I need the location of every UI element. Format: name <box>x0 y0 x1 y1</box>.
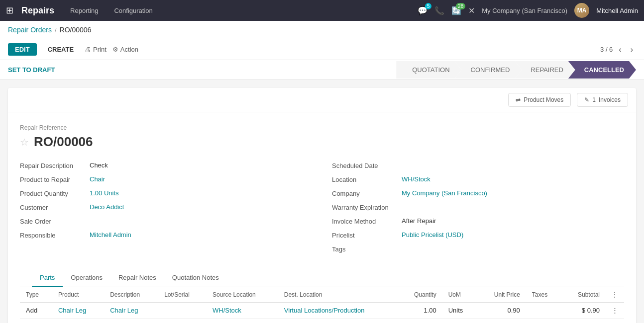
print-button[interactable]: 🖨 Print <box>85 46 107 53</box>
breadcrumb-parent[interactable]: Repair Orders <box>8 26 52 34</box>
status-steps: QUOTATION CONFIRMED REPAIRED CANCELLED <box>396 61 636 79</box>
col-taxes: Taxes <box>526 287 562 303</box>
invoices-button[interactable]: ✎ 1 Invoices <box>577 93 628 107</box>
action-button[interactable]: ⚙ Action <box>112 46 138 53</box>
company-value[interactable]: My Company (San Francisco) <box>402 189 487 197</box>
form-body: Repair Reference ☆ RO/00006 Repair Descr… <box>8 112 636 323</box>
product-quantity-label: Product Quantity <box>20 189 90 197</box>
col-subtotal: Subtotal <box>562 287 606 303</box>
tags-label: Tags <box>332 245 402 253</box>
print-label: Print <box>93 46 107 53</box>
row-subtotal: $ 0.90 <box>562 303 606 319</box>
status-step-repaired[interactable]: REPAIRED <box>515 61 575 79</box>
row-quantity: 1.00 <box>398 303 442 319</box>
repair-order-card: ⇌ Product Moves ✎ 1 Invoices Repair Refe… <box>8 88 636 323</box>
prev-button[interactable]: ‹ <box>616 44 624 55</box>
form-field-company: Company My Company (San Francisco) <box>332 189 624 197</box>
invoice-method-value: After Repair <box>402 217 436 225</box>
form-field-warranty: Warranty Expiration <box>332 203 624 211</box>
location-label: Location <box>332 175 402 183</box>
set-to-draft-button[interactable]: SET TO DRAFT <box>8 60 55 80</box>
form-field-tags: Tags <box>332 245 624 253</box>
pricelist-value[interactable]: Public Pricelist (USD) <box>402 231 463 239</box>
breadcrumb: Repair Orders / RO/00006 <box>0 21 644 39</box>
invoices-count: 1 <box>592 96 596 103</box>
avatar[interactable]: MA <box>574 3 589 18</box>
chat-icon[interactable]: 💬 5 <box>418 6 428 15</box>
col-unit-price: Unit Price <box>477 287 526 303</box>
invoices-icon: ✎ <box>584 96 589 103</box>
col-description: Description <box>104 287 158 303</box>
chat-badge: 5 <box>425 3 432 9</box>
print-icon: 🖨 <box>85 46 91 53</box>
phone-icon[interactable]: 📞 <box>434 6 444 15</box>
status-step-cancelled[interactable]: CANCELLED <box>568 61 636 79</box>
form-field-location: Location WH/Stock <box>332 175 624 183</box>
next-button[interactable]: › <box>628 44 636 55</box>
customer-label: Customer <box>20 203 90 211</box>
row-taxes <box>526 303 562 319</box>
invoice-method-label: Invoice Method <box>332 217 402 225</box>
product-quantity-value[interactable]: 1.00 Units <box>90 189 119 197</box>
repair-description-value: Check <box>90 162 108 169</box>
activity-icon[interactable]: 🔄 28 <box>451 6 461 15</box>
row-product[interactable]: Chair Leg <box>52 303 104 319</box>
nav-reporting[interactable]: Reporting <box>66 5 102 16</box>
row-lot-serial <box>158 303 207 319</box>
parts-table-container: Type Product Description Lot/Serial Sour… <box>20 287 624 319</box>
form-right-column: Scheduled Date Location WH/Stock Company… <box>332 162 624 259</box>
row-source-location[interactable]: WH/Stock <box>207 303 278 319</box>
repair-ref-row: ☆ RO/00006 <box>20 134 624 150</box>
customer-value[interactable]: Deco Addict <box>90 203 124 211</box>
repair-description-label: Repair Description <box>20 162 90 169</box>
row-menu-icon[interactable]: ⋮ <box>606 303 624 319</box>
row-type: Add <box>20 303 52 319</box>
status-bar: SET TO DRAFT QUOTATION CONFIRMED REPAIRE… <box>0 60 644 80</box>
status-step-quotation[interactable]: QUOTATION <box>396 61 461 79</box>
product-moves-button[interactable]: ⇌ Product Moves <box>508 93 571 107</box>
form-field-repair-description: Repair Description Check <box>20 162 312 169</box>
close-icon[interactable]: ✕ <box>468 6 475 15</box>
location-value[interactable]: WH/Stock <box>402 175 430 183</box>
edit-button[interactable]: EDIT <box>8 43 37 56</box>
nav-configuration[interactable]: Configuration <box>110 5 156 16</box>
status-step-confirmed[interactable]: CONFIRMED <box>455 61 522 79</box>
form-field-scheduled-date: Scheduled Date <box>332 162 624 169</box>
row-description[interactable]: Chair Leg <box>104 303 158 319</box>
invoices-label: Invoices <box>599 96 621 103</box>
repair-reference-number: RO/00006 <box>34 134 93 150</box>
tab-quotation-notes[interactable]: Quotation Notes <box>164 269 227 287</box>
tabs-bar: Parts Operations Repair Notes Quotation … <box>20 269 624 287</box>
warranty-label: Warranty Expiration <box>332 203 402 211</box>
action-bar: EDIT CREATE 🖨 Print ⚙ Action 3 / 6 ‹ › <box>0 39 644 60</box>
favorite-star-icon[interactable]: ☆ <box>20 136 29 148</box>
product-moves-icon: ⇌ <box>516 96 521 103</box>
action-label: Action <box>120 46 138 53</box>
form-columns: Repair Description Check Product to Repa… <box>20 162 624 259</box>
app-grid-icon[interactable]: ⊞ <box>6 5 13 16</box>
tab-operations[interactable]: Operations <box>63 269 110 287</box>
product-moves-label: Product Moves <box>524 96 563 103</box>
col-source-location: Source Location <box>207 287 278 303</box>
main-content: ⇌ Product Moves ✎ 1 Invoices Repair Refe… <box>0 80 644 323</box>
responsible-value[interactable]: Mitchell Admin <box>90 231 131 239</box>
col-type: Type <box>20 287 52 303</box>
tab-parts[interactable]: Parts <box>32 269 63 287</box>
pricelist-label: Pricelist <box>332 231 402 239</box>
col-menu: ⋮ <box>606 287 624 303</box>
create-button[interactable]: CREATE <box>43 43 79 56</box>
form-field-sale-order: Sale Order <box>20 217 312 225</box>
parts-table: Type Product Description Lot/Serial Sour… <box>20 287 624 319</box>
product-to-repair-value[interactable]: Chair <box>90 175 105 183</box>
col-lot-serial: Lot/Serial <box>158 287 207 303</box>
sale-order-label: Sale Order <box>20 217 90 225</box>
form-field-pricelist: Pricelist Public Pricelist (USD) <box>332 231 624 239</box>
table-row: Add Chair Leg Chair Leg WH/Stock Virtual… <box>20 303 624 319</box>
tab-repair-notes[interactable]: Repair Notes <box>110 269 164 287</box>
product-to-repair-label: Product to Repair <box>20 175 90 183</box>
row-unit-price: 0.90 <box>477 303 526 319</box>
app-title: Repairs <box>21 5 54 16</box>
row-dest-location[interactable]: Virtual Locations/Production <box>278 303 398 319</box>
pagination-text: 3 / 6 <box>600 46 613 53</box>
repair-ref-label: Repair Reference <box>20 124 624 131</box>
